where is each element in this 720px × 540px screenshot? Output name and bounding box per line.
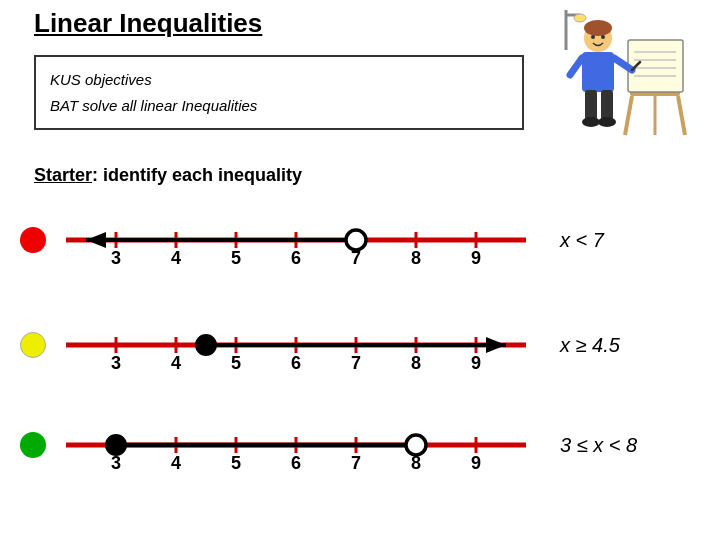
svg-text:4: 4 (171, 248, 181, 268)
row2-dot (20, 332, 46, 358)
number-line-row-1: 3 4 5 6 7 8 9 x < 7 (20, 210, 720, 270)
number-line-3: 3 4 5 6 7 8 9 (56, 415, 536, 475)
svg-line-1 (625, 96, 632, 135)
objective-line1: KUS objectives (50, 67, 508, 93)
svg-text:7: 7 (351, 353, 361, 373)
starter-label: Starter: identify each inequality (34, 165, 302, 186)
svg-point-20 (598, 117, 616, 127)
svg-text:5: 5 (231, 353, 241, 373)
objectives-box: KUS objectives BAT solve all linear Ineq… (34, 55, 524, 130)
teacher-illustration (560, 10, 690, 140)
svg-point-77 (406, 435, 426, 455)
svg-point-59 (196, 335, 216, 355)
row3-dot (20, 432, 46, 458)
svg-text:6: 6 (291, 248, 301, 268)
svg-text:4: 4 (171, 453, 181, 473)
svg-rect-18 (601, 90, 613, 120)
svg-text:9: 9 (471, 353, 481, 373)
svg-text:6: 6 (291, 353, 301, 373)
svg-text:8: 8 (411, 353, 421, 373)
svg-point-19 (582, 117, 600, 127)
svg-point-76 (106, 435, 126, 455)
svg-line-15 (570, 58, 582, 75)
number-line-1: 3 4 5 6 7 8 9 (56, 210, 536, 270)
svg-text:4: 4 (171, 353, 181, 373)
inequality-label-2: x ≥ 4.5 (560, 334, 620, 357)
svg-text:8: 8 (411, 248, 421, 268)
svg-line-2 (678, 96, 685, 135)
svg-text:3: 3 (111, 353, 121, 373)
svg-marker-40 (86, 232, 106, 248)
svg-text:9: 9 (471, 453, 481, 473)
inequality-label-1: x < 7 (560, 229, 604, 252)
svg-point-12 (601, 35, 605, 39)
svg-text:6: 6 (291, 453, 301, 473)
number-line-row-3: 3 4 5 6 7 8 9 3 ≤ x < 8 (20, 415, 720, 475)
svg-text:5: 5 (231, 453, 241, 473)
svg-point-23 (574, 14, 586, 22)
svg-rect-17 (585, 90, 597, 120)
svg-text:7: 7 (351, 453, 361, 473)
inequality-label-3: 3 ≤ x < 8 (560, 434, 637, 457)
starter-rest: : identify each inequality (92, 165, 302, 185)
svg-rect-13 (582, 52, 614, 92)
svg-text:9: 9 (471, 248, 481, 268)
svg-text:5: 5 (231, 248, 241, 268)
svg-point-11 (591, 35, 595, 39)
row1-dot (20, 227, 46, 253)
number-line-2: 3 4 5 6 7 8 9 (56, 315, 536, 375)
svg-point-41 (346, 230, 366, 250)
number-line-row-2: 3 4 5 6 7 8 9 x ≥ 4.5 (20, 315, 720, 375)
objective-line2: BAT solve all linear Inequalities (50, 93, 508, 119)
svg-marker-58 (486, 337, 506, 353)
page-title: Linear Inequalities (34, 8, 262, 39)
starter-word: Starter (34, 165, 92, 185)
svg-text:3: 3 (111, 248, 121, 268)
svg-point-10 (584, 20, 612, 36)
